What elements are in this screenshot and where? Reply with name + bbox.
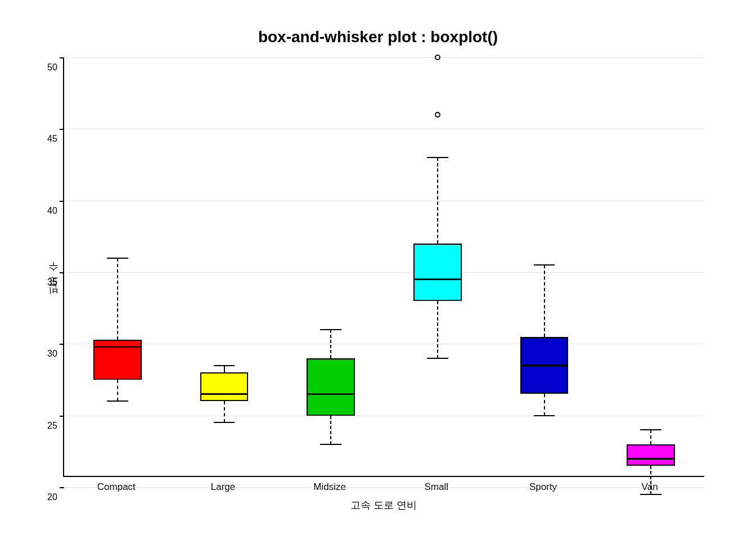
whisker-low-van (650, 466, 651, 494)
whisker-low-midsize (330, 416, 331, 444)
whisker-low-cap-van (640, 494, 662, 495)
outlier-small-1 (435, 55, 440, 60)
whisker-high-cap-large (214, 365, 235, 366)
whisker-high-cap-midsize (320, 329, 341, 330)
whisker-high-sporty (544, 265, 545, 336)
median-compact (93, 346, 141, 348)
median-midsize (307, 393, 354, 395)
chart-body: 빈도 수 20253035404550 CompactLargeMidsizeS… (40, 57, 716, 512)
whisker-high-midsize (330, 330, 331, 358)
whisker-high-cap-compact (107, 258, 128, 259)
chart-title: box-and-whisker plot : boxplot() (258, 28, 498, 46)
whisker-low-compact (117, 380, 118, 401)
median-large (200, 393, 248, 395)
box-van (627, 444, 674, 466)
y-tick-25: 25 (47, 421, 57, 431)
y-tick-40: 40 (47, 206, 57, 216)
whisker-low-cap-sporty (534, 415, 555, 416)
y-tick-30: 30 (47, 349, 57, 359)
plot-area: 20253035404550 (63, 57, 704, 477)
chart-container: box-and-whisker plot : boxplot() 빈도 수 20… (40, 28, 716, 512)
median-small (413, 278, 461, 280)
whisker-high-compact (117, 258, 118, 340)
whisker-high-cap-small (427, 157, 448, 158)
y-tick-50: 50 (47, 62, 57, 73)
whisker-high-van (650, 430, 651, 444)
whisker-low-large (224, 401, 225, 422)
plot-area-wrapper: 20253035404550 CompactLargeMidsizeSmallS… (63, 57, 716, 512)
whisker-low-cap-midsize (320, 444, 341, 445)
whisker-low-cap-large (214, 422, 235, 423)
x-axis-title: 고속 도로 연비 (63, 498, 704, 512)
y-tick-20: 20 (47, 492, 57, 502)
whisker-low-small (437, 301, 438, 358)
whisker-high-cap-van (640, 429, 662, 430)
y-tick-45: 45 (47, 134, 57, 144)
whisker-low-cap-small (427, 358, 448, 359)
whisker-low-cap-compact (107, 400, 128, 402)
outlier-small-0 (435, 112, 440, 118)
median-sporty (520, 364, 568, 366)
y-tick-35: 35 (47, 277, 57, 287)
whisker-high-small (437, 158, 438, 244)
whisker-high-large (224, 366, 225, 373)
median-van (627, 458, 674, 460)
box-small (413, 244, 461, 301)
x-axis-labels: CompactLargeMidsizeSmallSportyVan (63, 477, 704, 493)
box-midsize (307, 358, 354, 416)
whisker-low-sporty (544, 394, 545, 415)
whisker-high-cap-sporty (534, 264, 555, 266)
box-large (200, 372, 248, 401)
